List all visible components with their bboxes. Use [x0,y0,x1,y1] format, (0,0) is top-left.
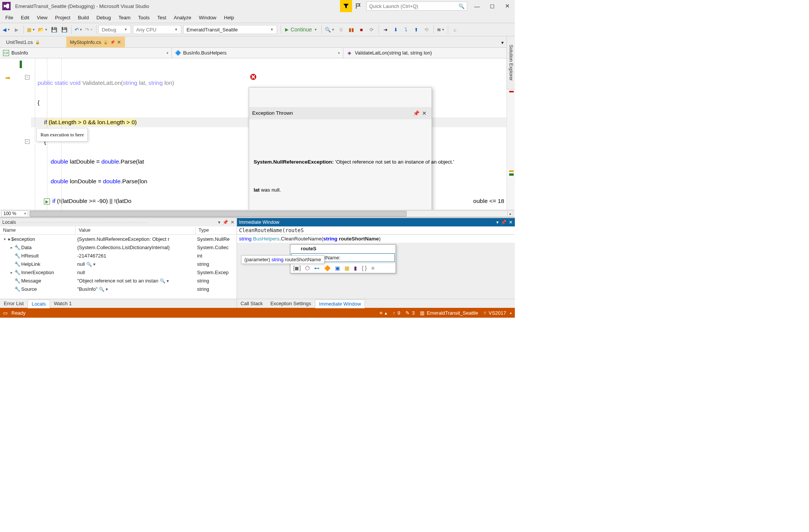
status-repo[interactable]: ▥EmeraldTransit_Seattle [420,310,478,316]
filter-cube-icon[interactable]: ⬡ [305,265,310,271]
menu-file[interactable]: File [2,13,17,22]
tab-call-stack[interactable]: Call Stack [237,300,267,307]
restart-button[interactable]: ⟳ [367,25,377,34]
breadcrumb-method[interactable]: ◈ValidateLatLon(string lat, string lon)▾ [343,48,515,58]
thread-icon[interactable]: ⁞⁞ [336,25,346,34]
menu-build[interactable]: Build [74,13,93,22]
menu-test[interactable]: Test [153,13,170,22]
tab-mystopinfo[interactable]: MyStopInfo.cs🔒📌✕ [66,37,125,47]
filter-method-icon[interactable]: ⊷ [314,265,320,271]
open-file-button[interactable]: 📂▼ [37,25,49,34]
table-row[interactable]: ▸🔧 InnerExceptionnull System.Excep [0,268,237,276]
restore-button[interactable]: ◻ [485,0,500,12]
filter-braces-icon[interactable]: { } [362,265,366,271]
menu-window[interactable]: Window [195,13,220,22]
intellitrace-icon[interactable]: ≋▼ [436,25,446,34]
table-row[interactable]: 🔧 Message"Object reference not set to an… [0,276,237,285]
filter-local-icon[interactable]: [◼] [293,265,301,271]
immediate-panel-header[interactable]: Immediate Window ▾📌✕ [237,218,515,226]
step-over-button[interactable]: ⤵ [401,25,411,34]
step-out-button[interactable]: ⬆ [412,25,421,34]
breadcrumb-class[interactable]: 🔷BusInfo.BusHelpers▾ [172,48,344,58]
fold-toggle-icon[interactable]: − [25,75,30,80]
table-row[interactable]: ▾● $exception{System.NullReferenceExcept… [0,235,237,243]
table-row[interactable]: 🔧 Source"BusInfo" 🔍 ▾string [0,285,237,293]
breadcrumb-namespace[interactable]: C#BusInfo▾ [0,48,172,58]
status-changes[interactable]: ✎3 [405,310,415,316]
filter-struct-icon[interactable]: ▣ [335,265,340,271]
pin-icon[interactable]: 📌 [223,220,228,225]
col-value[interactable]: Value [76,226,196,234]
locals-rows[interactable]: ▾● $exception{System.NullReferenceExcept… [0,235,237,299]
pause-button[interactable]: ▮▮ [346,25,356,34]
startup-combo[interactable]: EmeraldTransit_Seattle▼ [183,25,277,34]
feedback-icon[interactable] [352,0,364,12]
close-icon[interactable]: ✕ [420,108,429,118]
table-row[interactable]: 🔧 HResult-2147467261 int [0,251,237,260]
filter-enum-icon[interactable]: ▦ [344,265,349,271]
solution-explorer-tab[interactable]: Solution Explorer [507,36,515,89]
step-back-icon[interactable]: ⟲ [422,25,432,34]
minimize-button[interactable]: — [469,0,485,12]
status-branch[interactable]: ⑂VS2017▴ [483,310,512,316]
menu-analyze[interactable]: Analyze [170,13,195,22]
zoom-combo[interactable]: 100 %▾ [2,211,28,217]
tab-error-list[interactable]: Error List [0,300,28,307]
table-row[interactable]: ▸🔧 Data{System.Collections.ListDictionar… [0,243,237,251]
nav-fwd-button[interactable]: ▶ [12,25,22,34]
intellisense-popup[interactable]: routeS [◼]routeShortName: [◼] ⬡ ⊷ 🔶 ▣ ▦ … [290,244,396,273]
pin-icon[interactable]: 📌 [412,108,420,118]
filter-class-icon[interactable]: 🔶 [324,265,330,271]
close-tab-icon[interactable]: ✕ [117,39,121,45]
find-icon[interactable]: ⌕ [450,25,460,34]
notification-funnel-icon[interactable] [340,0,352,12]
pin-icon[interactable]: 📌 [501,220,507,225]
pin-icon[interactable]: 📌 [110,40,115,44]
editor-hscrollbar[interactable]: ◂ ▸ [30,211,513,217]
close-button[interactable]: ✕ [500,0,515,12]
tabs-overflow-icon[interactable]: ▾ [497,37,507,47]
tab-unittest[interactable]: UnitTest1.cs🔒 [2,37,44,47]
config-combo[interactable]: Debug▼ [98,25,131,34]
tab-immediate[interactable]: Immediate Window [315,300,365,308]
col-name[interactable]: Name [0,226,76,234]
status-publish[interactable]: ≡▴ [380,310,388,316]
save-button[interactable]: 💾 [49,25,59,34]
magnify-icon[interactable]: 🔍 ▾ [86,262,95,267]
menu-edit[interactable]: Edit [17,13,33,22]
tab-watch[interactable]: Watch 1 [50,300,75,307]
nav-back-button[interactable]: ◀▼ [2,25,11,34]
menu-view[interactable]: View [33,13,51,22]
platform-combo[interactable]: Any CPU▼ [133,25,181,34]
fold-toggle-icon[interactable]: − [25,139,30,144]
locals-panel-header[interactable]: Locals ∙∙∙∙∙∙∙∙∙∙∙∙∙∙∙∙∙∙∙∙∙∙∙∙∙∙∙∙∙∙∙∙∙… [0,218,237,226]
tab-locals[interactable]: Locals [28,300,50,308]
breakpoint-settings-icon[interactable]: 🔍▼ [324,25,336,34]
col-type[interactable]: Type [196,226,237,234]
stop-button[interactable]: ■ [357,25,366,34]
status-errors[interactable]: ↑9 [393,310,400,316]
step-into-button[interactable]: ⬇ [391,25,401,34]
window-pos-icon[interactable]: ▾ [218,220,220,225]
window-pos-icon[interactable]: ▾ [496,220,499,225]
menu-tools[interactable]: Tools [134,13,153,22]
menu-team[interactable]: Team [115,13,134,22]
immediate-input[interactable]: CleanRouteName(routeS [237,226,515,235]
redo-button[interactable]: ↷▼ [84,25,94,34]
menu-debug[interactable]: Debug [93,13,115,22]
magnify-icon[interactable]: 🔍 ▾ [99,287,108,292]
close-icon[interactable]: ✕ [231,220,234,225]
continue-button[interactable]: ▶Continue▼ [283,25,320,34]
filter-namespace-icon[interactable]: ▮ [354,265,357,271]
magnify-icon[interactable]: 🔍 ▾ [160,278,169,284]
menu-project[interactable]: Project [51,13,74,22]
new-project-button[interactable]: ▦▼ [26,25,36,34]
menu-help[interactable]: Help [220,13,238,22]
quick-launch-input[interactable]: Quick Launch (Ctrl+Q) 🔍 [366,2,467,11]
undo-button[interactable]: ↶▼ [73,25,84,34]
editor-gutter[interactable]: ➡ − − [0,58,31,210]
save-all-button[interactable]: 💾 [59,25,69,34]
code-editor[interactable]: public static void ValidateLatLon(string… [31,58,507,210]
tab-exception-settings[interactable]: Exception Settings [267,300,315,307]
exception-error-icon[interactable] [250,73,257,80]
